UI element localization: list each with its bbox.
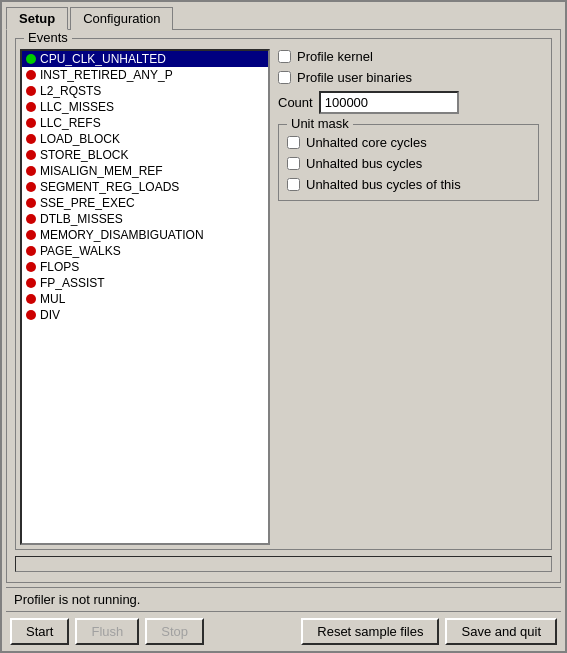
events-list-item[interactable]: INST_RETIRED_ANY_P: [22, 67, 268, 83]
event-dot: [26, 198, 36, 208]
event-dot: [26, 118, 36, 128]
events-list-item[interactable]: MEMORY_DISAMBIGUATION: [22, 227, 268, 243]
flush-button[interactable]: Flush: [75, 618, 139, 645]
event-name: CPU_CLK_UNHALTED: [40, 52, 166, 66]
unit-mask-item-0: Unhalted core cycles: [287, 135, 530, 150]
unit-mask-item-1: Unhalted bus cycles: [287, 156, 530, 171]
event-dot: [26, 102, 36, 112]
stop-button[interactable]: Stop: [145, 618, 204, 645]
event-name: DTLB_MISSES: [40, 212, 123, 226]
events-list-item[interactable]: FLOPS: [22, 259, 268, 275]
event-dot: [26, 70, 36, 80]
event-name: LLC_MISSES: [40, 100, 114, 114]
events-list-item[interactable]: LLC_REFS: [22, 115, 268, 131]
count-label: Count: [278, 95, 313, 110]
events-list-item[interactable]: MISALIGN_MEM_REF: [22, 163, 268, 179]
unit-mask-checkbox-1[interactable]: [287, 157, 300, 170]
events-group-label: Events: [24, 30, 72, 45]
event-dot: [26, 134, 36, 144]
event-name: MUL: [40, 292, 65, 306]
event-name: DIV: [40, 308, 60, 322]
unit-mask-label-1: Unhalted bus cycles: [306, 156, 422, 171]
event-name: MEMORY_DISAMBIGUATION: [40, 228, 204, 242]
events-list-item[interactable]: DTLB_MISSES: [22, 211, 268, 227]
profile-kernel-row: Profile kernel: [278, 49, 539, 64]
profile-kernel-label: Profile kernel: [297, 49, 373, 64]
event-name: LLC_REFS: [40, 116, 101, 130]
unit-mask-group: Unit mask Unhalted core cycles Unhalted …: [278, 124, 539, 201]
reset-button[interactable]: Reset sample files: [301, 618, 439, 645]
events-list-item[interactable]: SSE_PRE_EXEC: [22, 195, 268, 211]
unit-mask-group-label: Unit mask: [287, 116, 353, 131]
event-name: LOAD_BLOCK: [40, 132, 120, 146]
tab-configuration[interactable]: Configuration: [70, 7, 173, 30]
status-text: Profiler is not running.: [14, 592, 140, 607]
event-dot: [26, 262, 36, 272]
count-row: Count: [278, 91, 539, 114]
unit-mask-item-2: Unhalted bus cycles of this: [287, 177, 530, 192]
profile-user-checkbox[interactable]: [278, 71, 291, 84]
event-dot: [26, 182, 36, 192]
tab-bar: Setup Configuration: [2, 2, 565, 29]
events-list-item[interactable]: DIV: [22, 307, 268, 323]
events-group: Events CPU_CLK_UNHALTEDINST_RETIRED_ANY_…: [15, 38, 552, 550]
events-list-item[interactable]: LOAD_BLOCK: [22, 131, 268, 147]
event-dot: [26, 214, 36, 224]
event-name: INST_RETIRED_ANY_P: [40, 68, 173, 82]
tab-setup[interactable]: Setup: [6, 7, 68, 30]
status-bar: Profiler is not running.: [6, 587, 561, 612]
event-name: SEGMENT_REG_LOADS: [40, 180, 179, 194]
unit-mask-label-2: Unhalted bus cycles of this: [306, 177, 461, 192]
event-name: FP_ASSIST: [40, 276, 105, 290]
unit-mask-checkbox-0[interactable]: [287, 136, 300, 149]
events-list-item[interactable]: LLC_MISSES: [22, 99, 268, 115]
event-dot: [26, 86, 36, 96]
right-panel: Profile kernel Profile user binaries Cou…: [270, 43, 547, 545]
event-dot: [26, 166, 36, 176]
event-dot: [26, 150, 36, 160]
event-name: FLOPS: [40, 260, 79, 274]
unit-mask-checkbox-2[interactable]: [287, 178, 300, 191]
start-button[interactable]: Start: [10, 618, 69, 645]
events-list-item[interactable]: SEGMENT_REG_LOADS: [22, 179, 268, 195]
profile-user-row: Profile user binaries: [278, 70, 539, 85]
events-list-item[interactable]: STORE_BLOCK: [22, 147, 268, 163]
events-list-item[interactable]: FP_ASSIST: [22, 275, 268, 291]
event-dot: [26, 278, 36, 288]
events-list-item[interactable]: PAGE_WALKS: [22, 243, 268, 259]
event-name: STORE_BLOCK: [40, 148, 128, 162]
main-window: Setup Configuration Events CPU_CLK_UNHAL…: [0, 0, 567, 653]
event-name: L2_RQSTS: [40, 84, 101, 98]
unit-mask-label-0: Unhalted core cycles: [306, 135, 427, 150]
event-dot: [26, 294, 36, 304]
button-bar: Start Flush Stop Reset sample files Save…: [2, 612, 565, 651]
events-list-item[interactable]: MUL: [22, 291, 268, 307]
count-input[interactable]: [319, 91, 459, 114]
main-content: Events CPU_CLK_UNHALTEDINST_RETIRED_ANY_…: [6, 29, 561, 583]
save-quit-button[interactable]: Save and quit: [445, 618, 557, 645]
profile-user-label: Profile user binaries: [297, 70, 412, 85]
event-name: SSE_PRE_EXEC: [40, 196, 135, 210]
event-dot: [26, 54, 36, 64]
profile-kernel-checkbox[interactable]: [278, 50, 291, 63]
event-dot: [26, 246, 36, 256]
event-dot: [26, 310, 36, 320]
event-name: MISALIGN_MEM_REF: [40, 164, 163, 178]
event-name: PAGE_WALKS: [40, 244, 121, 258]
events-list: CPU_CLK_UNHALTEDINST_RETIRED_ANY_PL2_RQS…: [22, 51, 268, 323]
events-list-item[interactable]: L2_RQSTS: [22, 83, 268, 99]
events-list-container[interactable]: CPU_CLK_UNHALTEDINST_RETIRED_ANY_PL2_RQS…: [20, 49, 270, 545]
events-list-item[interactable]: CPU_CLK_UNHALTED: [22, 51, 268, 67]
event-dot: [26, 230, 36, 240]
horizontal-scrollbar[interactable]: [15, 556, 552, 572]
